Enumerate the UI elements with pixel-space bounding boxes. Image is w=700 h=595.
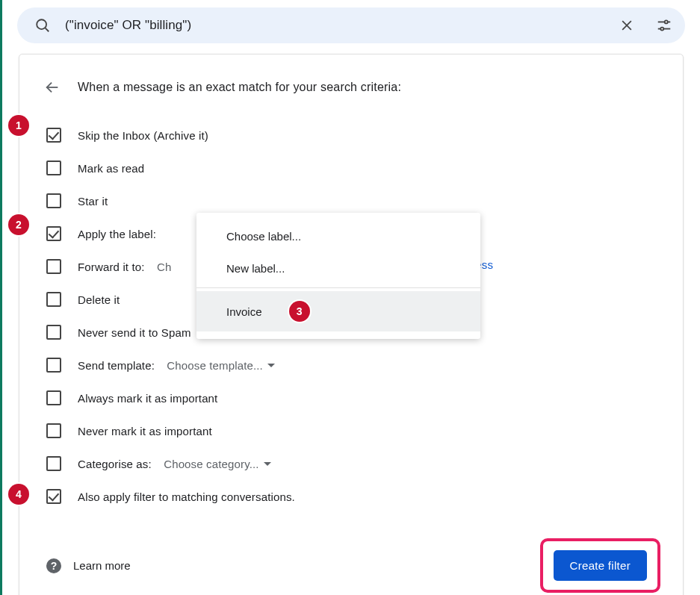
search-icon[interactable] (28, 10, 58, 40)
label-forward: Forward it to: Ch (78, 261, 171, 273)
label-mark-read: Mark as read (78, 162, 144, 175)
label-never-important: Never mark it as important (78, 425, 212, 437)
help-icon: ? (46, 558, 61, 573)
panel-heading: When a message is an exact match for you… (78, 81, 401, 94)
chevron-down-icon (264, 462, 271, 466)
checkbox-mark-read[interactable] (46, 161, 61, 175)
checkbox-apply-label[interactable] (46, 226, 61, 241)
svg-point-7 (660, 28, 663, 31)
tune-icon[interactable] (649, 10, 679, 40)
label-never-spam: Never send it to Spam (78, 326, 191, 339)
back-arrow-icon[interactable] (42, 77, 63, 98)
learn-more-link[interactable]: ? Learn more (46, 558, 131, 573)
svg-line-1 (46, 28, 49, 32)
checkbox-send-template[interactable] (46, 358, 61, 373)
popup-new-label[interactable]: New label... (196, 252, 480, 284)
template-select[interactable]: Choose template... (167, 359, 275, 372)
popup-item-invoice[interactable]: Invoice 3 (196, 291, 480, 331)
svg-point-5 (665, 20, 668, 23)
clear-icon[interactable] (612, 10, 642, 40)
checkbox-delete[interactable] (46, 292, 61, 307)
create-filter-highlight: Create filter (540, 538, 660, 593)
search-bar: ("invoice" OR "billing") (17, 7, 685, 43)
popup-divider (196, 287, 480, 288)
popup-choose-label[interactable]: Choose label... (196, 220, 480, 252)
label-skip-inbox: Skip the Inbox (Archive it) (78, 129, 208, 142)
label-star: Star it (78, 195, 108, 208)
checkbox-never-spam[interactable] (46, 325, 61, 340)
label-popup-menu: Choose label... New label... Invoice 3 (196, 213, 480, 339)
checkbox-skip-inbox[interactable] (46, 128, 61, 143)
label-also-apply: Also apply filter to matching conversati… (78, 490, 295, 503)
forward-select[interactable]: Ch (157, 261, 171, 273)
search-input[interactable]: ("invoice" OR "billing") (65, 18, 604, 33)
checkbox-always-important[interactable] (46, 390, 61, 405)
label-always-important: Always mark it as important (78, 392, 217, 405)
svg-point-0 (37, 19, 46, 29)
category-select[interactable]: Choose category... (164, 458, 271, 470)
create-filter-button[interactable]: Create filter (554, 550, 647, 581)
chevron-down-icon (267, 364, 275, 367)
label-apply-label: Apply the label: (78, 228, 156, 240)
checkbox-categorise[interactable] (46, 456, 61, 471)
checkbox-forward[interactable] (46, 259, 61, 274)
label-send-template: Send template: Choose template... (78, 359, 275, 372)
checkbox-never-important[interactable] (46, 423, 61, 438)
annotation-badge-1: 1 (8, 115, 29, 136)
annotation-badge-4: 4 (8, 484, 29, 505)
checkbox-star[interactable] (46, 193, 61, 208)
annotation-badge-2: 2 (8, 214, 29, 235)
label-delete: Delete it (78, 293, 120, 306)
label-categorise: Categorise as: Choose category... (78, 458, 271, 470)
checkbox-also-apply[interactable] (46, 489, 61, 504)
annotation-badge-3: 3 (289, 301, 310, 322)
